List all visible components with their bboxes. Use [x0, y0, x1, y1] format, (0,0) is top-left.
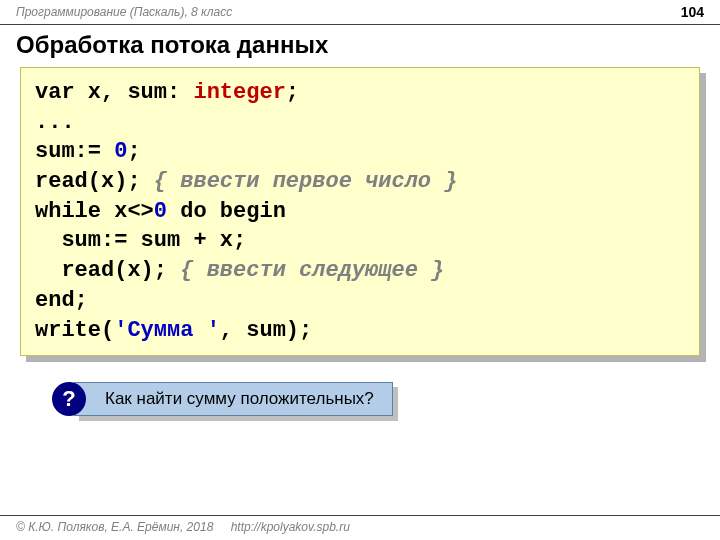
divider-top: [0, 24, 720, 25]
code-block: var x, sum: integer; ... sum:= 0; read(x…: [20, 67, 700, 356]
footer: © К.Ю. Поляков, Е.А. Ерёмин, 2018 http:/…: [0, 520, 720, 534]
code-text: sum:=: [35, 139, 114, 164]
code-comment: { ввести следующее }: [180, 258, 444, 283]
page-title: Обработка потока данных: [0, 31, 720, 67]
copyright: © К.Ю. Поляков, Е.А. Ерёмин, 2018: [16, 520, 213, 534]
divider-bottom: [0, 515, 720, 516]
question-text: Как найти сумму положительных?: [74, 382, 393, 416]
code-string: 'Сумма ': [114, 318, 220, 343]
page-number: 104: [681, 4, 704, 20]
footer-link[interactable]: http://kpolyakov.spb.ru: [231, 520, 350, 534]
question-badge-icon: ?: [52, 382, 86, 416]
code-text: ;: [154, 258, 180, 283]
code-number: 0: [114, 139, 127, 164]
code-text: ;: [127, 169, 153, 194]
code-text: do begin: [167, 199, 286, 224]
code-text: read(x): [35, 258, 154, 283]
code-text: var x, sum:: [35, 80, 193, 105]
code-text: read(x): [35, 169, 127, 194]
code-type: integer: [193, 80, 285, 105]
code-text: ...: [35, 110, 75, 135]
code-text: , sum);: [220, 318, 312, 343]
code-box: var x, sum: integer; ... sum:= 0; read(x…: [20, 67, 700, 356]
code-text: ;: [127, 139, 140, 164]
header-bar: Программирование (Паскаль), 8 класс 104: [0, 0, 720, 22]
question-box: ? Как найти сумму положительных?: [74, 382, 393, 416]
code-number: 0: [154, 199, 167, 224]
code-text: end;: [35, 288, 88, 313]
code-text: while x<>: [35, 199, 154, 224]
code-text: sum:= sum + x;: [35, 228, 246, 253]
course-label: Программирование (Паскаль), 8 класс: [16, 5, 232, 19]
code-text: write(: [35, 318, 114, 343]
code-comment: { ввести первое число }: [154, 169, 458, 194]
code-text: ;: [286, 80, 299, 105]
